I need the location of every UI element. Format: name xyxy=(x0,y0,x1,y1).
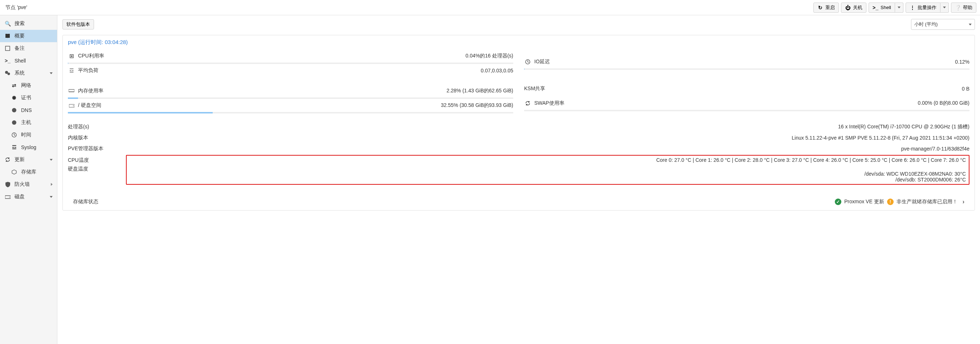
nav-notes[interactable]: 备注 xyxy=(0,42,57,54)
info-pve-version: PVE管理器版本pve-manager/7.0-11/63d82f4e xyxy=(68,143,969,154)
gears-icon xyxy=(4,70,11,76)
nav-shell[interactable]: >_Shell xyxy=(0,54,57,67)
svg-rect-10 xyxy=(68,90,75,92)
swap-progress xyxy=(524,110,969,111)
svg-rect-9 xyxy=(71,55,72,57)
power-icon: ⏻ xyxy=(845,5,851,11)
bulk-dropdown-button[interactable] xyxy=(940,3,949,13)
book-icon xyxy=(4,33,11,39)
top-toolbar: 节点 'pve' ↻重启 ⏻关机 >_Shell ⋮批量操作 ❔帮助 xyxy=(0,0,980,15)
terminal-icon: >_ xyxy=(4,58,11,64)
network-icon: ⇄ xyxy=(11,83,18,88)
summary-panel: pve (运行时间: 03:04:28) CPU利用率 0.04%的16 处理器… xyxy=(62,35,975,211)
notes-icon xyxy=(4,45,11,51)
nav-disks[interactable]: 磁盘 xyxy=(0,190,57,203)
swap-icon xyxy=(524,101,531,106)
nav-system[interactable]: 系统 xyxy=(0,67,57,79)
timerange-select[interactable]: 小时 (平均) xyxy=(911,19,975,30)
content-area: 软件包版本 小时 (平均) pve (运行时间: 03:04:28) CPU利用… xyxy=(57,15,980,344)
repo-status: 存储库状态 ✓ Proxmox VE 更新 ! 非生产就绪存储库已启用！ › xyxy=(68,196,969,205)
metric-hd: / 硬盘空间 32.55% (30.58 GiB的93.93 GiB) xyxy=(68,99,513,112)
nav-updates[interactable]: 更新 xyxy=(0,154,57,166)
cpu-icon xyxy=(68,53,75,59)
info-kernel: 内核版本Linux 5.11.22-4-pve #1 SMP PVE 5.11.… xyxy=(68,132,969,143)
info-cpu: 处理器(s)16 x Intel(R) Core(TM) i7-10700 CP… xyxy=(68,122,969,132)
svg-point-3 xyxy=(12,108,16,112)
info-cpu-temp: CPU温度 Core 0: 27.0 °C | Core 1: 26.0 °C … xyxy=(68,154,969,186)
node-title: 节点 'pve' xyxy=(4,4,811,11)
chevron-down-icon xyxy=(969,24,972,26)
metric-memory: 内存使用率 2.28% (1.43 GiB的62.65 GiB) xyxy=(68,84,513,98)
warning-icon: ! xyxy=(887,198,894,205)
metric-cpu: CPU利用率 0.04%的16 处理器(s) xyxy=(68,50,513,62)
svg-point-4 xyxy=(12,120,16,125)
nav-syslog[interactable]: ☲Syslog xyxy=(0,141,57,154)
clock-icon xyxy=(524,59,531,64)
check-icon: ✓ xyxy=(835,198,842,205)
metric-load: ☲平均负荷 0.07,0.03,0.05 xyxy=(68,64,513,77)
metric-io: IO延迟 0.12% xyxy=(524,55,969,68)
chevron-down-icon xyxy=(943,6,946,8)
memory-icon xyxy=(68,89,75,93)
chevron-down-icon xyxy=(897,6,900,8)
svg-point-2 xyxy=(8,73,10,75)
help-button[interactable]: ❔帮助 xyxy=(951,3,976,13)
tasks-icon: ☲ xyxy=(68,68,75,74)
globe-icon xyxy=(11,107,18,113)
chevron-down-icon xyxy=(50,196,52,198)
globe-icon xyxy=(11,120,18,125)
shell-button[interactable]: >_Shell xyxy=(869,3,895,13)
hdd-icon xyxy=(68,103,75,108)
nav-time[interactable]: 时间 xyxy=(0,129,57,141)
sidebar: 🔍搜索 概要 备注 >_Shell 系统 ⇄网络 ✺证书 DNS 主机 时间 ☲… xyxy=(0,15,57,344)
package-versions-button[interactable]: 软件包版本 xyxy=(62,19,94,29)
box-icon xyxy=(11,169,18,175)
shell-dropdown-button[interactable] xyxy=(895,3,904,13)
svg-rect-0 xyxy=(5,46,10,51)
svg-point-7 xyxy=(9,197,10,197)
nav-firewall[interactable]: 防火墙 xyxy=(0,178,57,190)
reboot-button[interactable]: ↻重启 xyxy=(813,3,839,13)
nav-summary[interactable]: 概要 xyxy=(0,30,57,42)
refresh-icon xyxy=(4,157,11,163)
nav-dns[interactable]: DNS xyxy=(0,104,57,116)
nav-network[interactable]: ⇄网络 xyxy=(0,79,57,92)
metric-ksm: KSM共享 0 B xyxy=(524,82,969,95)
bulk-button[interactable]: ⋮批量操作 xyxy=(905,3,940,13)
metric-swap: SWAP使用率 0.00% (0 B的8.00 GiB) xyxy=(524,97,969,110)
nav-search[interactable]: 🔍搜索 xyxy=(0,18,57,30)
reboot-icon: ↻ xyxy=(818,5,823,11)
clock-icon xyxy=(11,132,18,138)
shield-icon xyxy=(4,181,11,187)
list-icon: ☲ xyxy=(11,144,18,150)
shutdown-button[interactable]: ⏻关机 xyxy=(841,3,866,13)
chevron-down-icon xyxy=(50,159,52,161)
nav-repos[interactable]: 存储库 xyxy=(0,166,57,178)
chevron-down-icon xyxy=(50,72,52,74)
nav-hosts[interactable]: 主机 xyxy=(0,116,57,129)
hd-progress xyxy=(68,112,513,114)
chevron-right-icon[interactable]: › xyxy=(963,198,964,205)
disk-icon xyxy=(4,194,11,200)
chevron-right-icon xyxy=(51,183,52,186)
help-icon: ❔ xyxy=(955,5,961,11)
cert-icon: ✺ xyxy=(11,95,18,101)
search-icon: 🔍 xyxy=(4,21,11,27)
terminal-icon: >_ xyxy=(873,5,878,11)
temp-highlight-box: Core 0: 27.0 °C | Core 1: 26.0 °C | Core… xyxy=(126,155,969,185)
nav-certs[interactable]: ✺证书 xyxy=(0,92,57,104)
bulk-icon: ⋮ xyxy=(910,5,915,11)
panel-title: pve (运行时间: 03:04:28) xyxy=(63,35,975,50)
svg-point-12 xyxy=(73,106,74,106)
